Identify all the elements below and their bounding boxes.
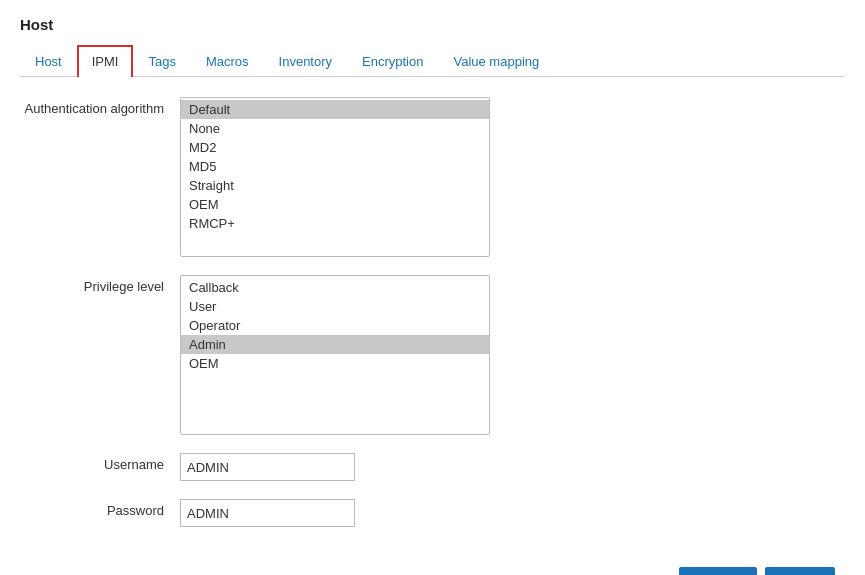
privilege-level-label: Privilege level (20, 275, 180, 294)
tab-host[interactable]: Host (20, 45, 77, 77)
auth-algorithm-row: Authentication algorithm Default None MD… (20, 97, 845, 257)
update-button[interactable]: Update (679, 567, 757, 575)
tab-macros[interactable]: Macros (191, 45, 264, 77)
privilege-option-operator: Operator (181, 316, 489, 335)
form-section: Authentication algorithm Default None MD… (20, 97, 845, 527)
page-title: Host (20, 16, 845, 33)
tab-value-mapping[interactable]: Value mapping (438, 45, 554, 77)
username-row: Username (20, 453, 845, 481)
auth-option-md2: MD2 (181, 138, 489, 157)
password-input[interactable] (180, 499, 355, 527)
username-input[interactable] (180, 453, 355, 481)
privilege-level-listbox[interactable]: Callback User Operator Admin OEM (180, 275, 490, 435)
auth-option-rmcp: RMCP+ (181, 214, 489, 233)
auth-option-straight: Straight (181, 176, 489, 195)
privilege-level-row: Privilege level Callback User Operator A… (20, 275, 845, 435)
privilege-option-user: User (181, 297, 489, 316)
tab-ipmi[interactable]: IPMI (77, 45, 134, 77)
page-container: Host Host IPMI Tags Macros Inventory Enc… (0, 0, 865, 575)
tab-inventory[interactable]: Inventory (264, 45, 347, 77)
tab-tags[interactable]: Tags (133, 45, 190, 77)
clone-button[interactable]: Clone (765, 567, 835, 575)
auth-option-oem: OEM (181, 195, 489, 214)
tab-encryption[interactable]: Encryption (347, 45, 438, 77)
auth-algorithm-label: Authentication algorithm (20, 97, 180, 116)
auth-algorithm-listbox-wrapper: Default None MD2 MD5 Straight OEM RMCP+ (180, 97, 490, 257)
auth-option-none: None (181, 119, 489, 138)
privilege-option-callback: Callback (181, 278, 489, 297)
auth-algorithm-listbox[interactable]: Default None MD2 MD5 Straight OEM RMCP+ (180, 97, 490, 257)
password-row: Password (20, 499, 845, 527)
privilege-option-oem: OEM (181, 354, 489, 373)
buttons-row: Update Clone (20, 567, 845, 575)
privilege-level-listbox-wrapper: Callback User Operator Admin OEM (180, 275, 490, 435)
auth-option-md5: MD5 (181, 157, 489, 176)
username-label: Username (20, 453, 180, 472)
privilege-option-admin: Admin (181, 335, 489, 354)
password-label: Password (20, 499, 180, 518)
tabs-bar: Host IPMI Tags Macros Inventory Encrypti… (20, 45, 845, 77)
auth-option-default: Default (181, 100, 489, 119)
